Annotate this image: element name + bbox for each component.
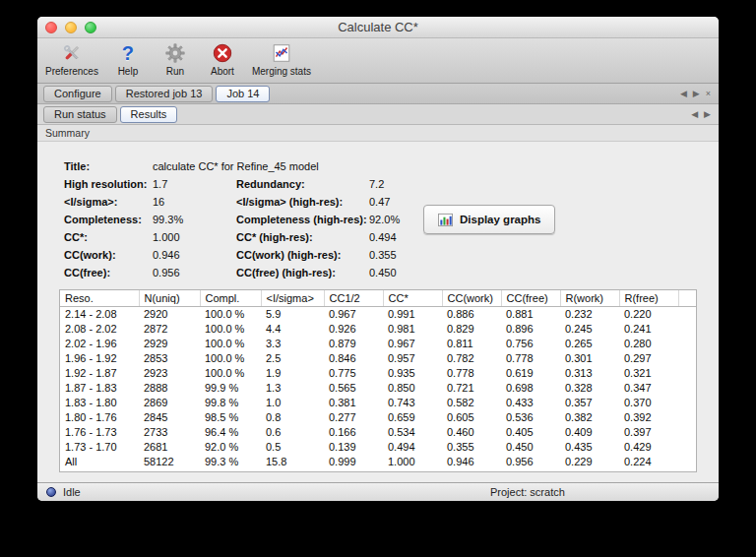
- col-header-nuniq[interactable]: N(uniq): [139, 290, 200, 306]
- cell-ccstar: 0.991: [383, 306, 442, 322]
- cell-isigma: 1.3: [261, 381, 324, 396]
- summary-row: CC(free): 0.956 CC(free) (high-res): 0.4…: [64, 264, 697, 281]
- summary-row: CC(work): 0.946 CC(work) (high-res): 0.3…: [64, 246, 697, 264]
- summary-value: 0.956: [153, 264, 236, 281]
- cell-ccwork: 0.355: [442, 440, 501, 455]
- col-header-isigma[interactable]: <I/sigma>: [261, 290, 324, 306]
- cell-filler: [678, 440, 696, 455]
- cell-rwork: 0.328: [560, 381, 619, 396]
- cell-isigma: 15.8: [261, 455, 324, 469]
- table-row[interactable]: 1.83 - 1.80 2869 99.8 % 1.0 0.381 0.743 …: [60, 396, 696, 410]
- col-header-cc12[interactable]: CC1/2: [324, 290, 383, 306]
- subtab-results[interactable]: Results: [120, 106, 178, 123]
- toolbar-button-merging-stats[interactable]: Merging stats: [252, 41, 311, 77]
- table-row[interactable]: 1.80 - 1.76 2845 98.5 % 0.8 0.277 0.659 …: [60, 410, 696, 425]
- display-graphs-label: Display graphs: [460, 214, 540, 225]
- app-window: Calculate CC* Preferences ? H: [37, 17, 719, 501]
- traffic-lights: [45, 22, 96, 33]
- close-window-button[interactable]: [45, 22, 57, 33]
- cell-nuniq: 2920: [139, 306, 200, 322]
- summary-row: High resolution: 1.7 Redundancy: 7.2: [64, 175, 697, 193]
- col-header-rwork[interactable]: R(work): [560, 290, 619, 306]
- toolbar-button-preferences[interactable]: Preferences: [45, 41, 98, 77]
- table-row[interactable]: 1.96 - 1.92 2853 100.0 % 2.5 0.846 0.957…: [60, 351, 696, 366]
- toolbar-label: Merging stats: [252, 66, 311, 77]
- subtab-scroll-left-icon[interactable]: ◀: [691, 109, 698, 119]
- cell-ccwork: 0.460: [442, 425, 501, 440]
- cell-reso: 1.92 - 1.87: [60, 366, 139, 381]
- summary-label-highres: CC(free) (high-res):: [236, 264, 369, 281]
- summary-value: 99.3%: [153, 211, 236, 228]
- col-header-ccfree[interactable]: CC(free): [501, 290, 560, 306]
- cell-ccstar: 0.743: [383, 396, 442, 410]
- summary-label: Completeness:: [64, 211, 153, 228]
- cell-ccstar: 0.494: [383, 440, 442, 455]
- tab-scroll-left-icon[interactable]: ◀: [680, 89, 687, 98]
- cell-ccfree: 0.619: [501, 366, 560, 381]
- abort-icon: [212, 41, 233, 65]
- cell-nuniq: 2681: [139, 440, 200, 455]
- subtab-run-status[interactable]: Run status: [43, 106, 117, 123]
- table-row[interactable]: 1.87 - 1.83 2888 99.9 % 1.3 0.565 0.850 …: [60, 381, 696, 396]
- col-header-rfree[interactable]: R(free): [619, 290, 678, 306]
- cell-isigma: 0.6: [261, 425, 324, 440]
- table-row[interactable]: All 58122 99.3 % 15.8 0.999 1.000 0.946 …: [60, 455, 696, 469]
- cell-nuniq: 58122: [139, 455, 200, 469]
- cell-ccstar: 0.957: [383, 351, 442, 366]
- toolbar-button-help[interactable]: ? Help: [110, 41, 146, 77]
- cell-ccfree: 0.896: [501, 322, 560, 337]
- summary-label-highres: [236, 157, 369, 175]
- col-header-ccwork[interactable]: CC(work): [442, 290, 501, 306]
- table-row[interactable]: 1.76 - 1.73 2733 96.4 % 0.6 0.166 0.534 …: [60, 425, 696, 440]
- tab-close-icon[interactable]: ×: [706, 89, 711, 98]
- cell-rfree: 0.224: [619, 455, 678, 469]
- cell-ccwork: 0.778: [442, 366, 501, 381]
- toolbar-label: Preferences: [45, 66, 98, 77]
- summary-row: Completeness: 99.3% Completeness (high-r…: [64, 211, 697, 228]
- cell-isigma: 3.3: [261, 337, 324, 351]
- cell-ccwork: 0.946: [442, 455, 501, 469]
- window-titlebar[interactable]: Calculate CC*: [37, 17, 719, 38]
- cell-rwork: 0.245: [560, 322, 619, 337]
- col-header-reso[interactable]: Reso.: [60, 290, 139, 306]
- summary-block: Title: calculate CC* for Refine_45 model…: [64, 157, 697, 281]
- status-indicator-icon: [46, 487, 56, 497]
- col-header-compl[interactable]: Compl.: [200, 290, 261, 306]
- cell-rfree: 0.429: [619, 440, 678, 455]
- result-tab-bar: Run status Results ◀ ▶: [37, 104, 719, 125]
- statistics-table-panel[interactable]: Reso. N(uniq) Compl. <I/sigma> CC1/2 CC*…: [59, 289, 697, 472]
- cell-ccstar: 0.935: [383, 366, 442, 381]
- tab-configure[interactable]: Configure: [43, 86, 112, 102]
- tab-restored-job-13[interactable]: Restored job 13: [115, 86, 214, 102]
- cell-ccstar: 1.000: [383, 455, 442, 469]
- help-icon: ?: [122, 41, 134, 65]
- summary-value: 16: [153, 193, 236, 211]
- col-header-ccstar[interactable]: CC*: [383, 290, 442, 306]
- summary-label: CC(free):: [64, 264, 153, 281]
- cell-rwork: 0.357: [560, 396, 619, 410]
- table-row[interactable]: 1.73 - 1.70 2681 92.0 % 0.5 0.139 0.494 …: [60, 440, 696, 455]
- display-graphs-button[interactable]: Display graphs: [423, 205, 555, 234]
- cell-nuniq: 2872: [139, 322, 200, 337]
- table-header-row: Reso. N(uniq) Compl. <I/sigma> CC1/2 CC*…: [60, 290, 696, 306]
- cell-cc12: 0.846: [324, 351, 383, 366]
- tab-job-14[interactable]: Job 14: [216, 86, 270, 102]
- tab-scroll-right-icon[interactable]: ▶: [693, 89, 700, 98]
- table-row[interactable]: 2.08 - 2.02 2872 100.0 % 4.4 0.926 0.981…: [60, 322, 696, 337]
- cell-filler: [678, 455, 696, 469]
- table-row[interactable]: 2.02 - 1.96 2929 100.0 % 3.3 0.879 0.967…: [60, 337, 696, 351]
- minimize-window-button[interactable]: [65, 22, 77, 33]
- col-header-filler: [678, 290, 696, 306]
- zoom-window-button[interactable]: [85, 22, 96, 33]
- cell-ccfree: 0.450: [501, 440, 560, 455]
- toolbar-button-abort[interactable]: Abort: [205, 41, 240, 77]
- cell-ccfree: 0.433: [501, 396, 560, 410]
- cell-rwork: 0.229: [560, 455, 619, 469]
- subtab-scroll-right-icon[interactable]: ▶: [704, 109, 711, 119]
- summary-section-header: Summary: [37, 125, 719, 142]
- table-row[interactable]: 1.92 - 1.87 2923 100.0 % 1.9 0.775 0.935…: [60, 366, 696, 381]
- tab-nav-controls: ◀ ▶ ×: [680, 89, 711, 98]
- table-row[interactable]: 2.14 - 2.08 2920 100.0 % 5.9 0.967 0.991…: [60, 306, 696, 322]
- toolbar-button-run[interactable]: Run: [158, 41, 193, 77]
- cell-ccfree: 0.756: [501, 337, 560, 351]
